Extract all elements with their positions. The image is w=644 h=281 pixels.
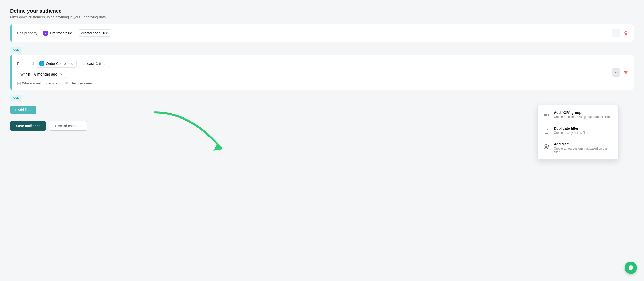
condition-value: 100 (102, 31, 108, 35)
filter-label-1: Has property (17, 31, 37, 35)
filter-sub-row: Within 6 months ago ✕ (17, 71, 603, 78)
event-name: Order Completed (46, 62, 73, 66)
context-dropdown: Add "OR" group Create a nested "OR" grou… (537, 105, 619, 160)
or-group-text: Add "OR" group Create a nested "OR" grou… (554, 111, 611, 119)
within-prefix: Within (20, 72, 30, 76)
filter-actions-1: ··· (608, 24, 634, 42)
duplicate-icon (542, 127, 550, 135)
filter-body-1: Has property ✦ Lifetime Value greater th… (12, 24, 608, 42)
chat-bubble[interactable] (625, 262, 637, 274)
filter-row-2: Performed ◎ Order Completed at least 1 t… (17, 60, 603, 68)
add-trait-title: Add trait (554, 142, 614, 146)
within-close-icon[interactable]: ✕ (60, 72, 63, 76)
event-icon: ◎ (39, 61, 44, 66)
add-trait-desc: Create a new custom trait based on this … (554, 147, 614, 154)
filter-label-2: Performed (17, 62, 34, 66)
condition-text: greater than (81, 31, 101, 35)
arrow-annotation (145, 107, 241, 164)
discard-changes-button[interactable]: Discard changes (49, 121, 87, 131)
where-property-link[interactable]: Where event property is... (17, 81, 60, 85)
filter-row-1: Has property ✦ Lifetime Value greater th… (17, 29, 603, 37)
more-button-2[interactable]: ··· (612, 68, 620, 77)
page-title: Define your audience (10, 8, 634, 14)
event-pill[interactable]: ◎ Order Completed (36, 60, 76, 68)
within-pill[interactable]: Within 6 months ago ✕ (17, 71, 66, 78)
svg-rect-1 (544, 113, 546, 114)
property-pill[interactable]: ✦ Lifetime Value (40, 29, 75, 37)
freq-condition: at least (83, 62, 94, 66)
delete-button-2[interactable] (622, 69, 630, 76)
freq-unit: time (99, 62, 105, 66)
within-value: 6 months ago (34, 72, 57, 76)
filter-body-2: Performed ◎ Order Completed at least 1 t… (12, 55, 608, 90)
duplicate-text: Duplicate filter Create a copy of this f… (554, 126, 588, 135)
property-icon: ✦ (43, 31, 48, 36)
add-trait-text: Add trait Create a new custom trait base… (554, 142, 614, 154)
more-button-1[interactable]: ··· (612, 29, 620, 37)
filter-card-2: Performed ◎ Order Completed at least 1 t… (10, 55, 634, 90)
duplicate-desc: Create a copy of this filter (554, 131, 588, 135)
dropdown-item-or-group[interactable]: Add "OR" group Create a nested "OR" grou… (538, 107, 618, 123)
then-performed-link[interactable]: Then performed... (65, 81, 96, 85)
dropdown-item-duplicate[interactable]: Duplicate filter Create a copy of this f… (538, 123, 618, 139)
frequency-pill[interactable]: at least 1 time (79, 60, 109, 67)
add-filter-button[interactable]: + Add filter (10, 106, 36, 114)
where-link-text: Where event property is... (22, 81, 60, 85)
filter-card-1: Has property ✦ Lifetime Value greater th… (10, 24, 634, 42)
and-badge-2: AND (10, 95, 22, 101)
or-group-desc: Create a nested "OR" group from this fil… (554, 115, 611, 119)
and-badge-1: AND (10, 47, 22, 53)
or-group-icon (542, 111, 550, 119)
add-trait-icon (542, 143, 550, 151)
freq-count: 1 (96, 62, 98, 66)
dropdown-item-add-trait[interactable]: Add trait Create a new custom trait base… (538, 139, 618, 157)
page-subtitle: Filter down customers using anything in … (10, 15, 634, 19)
delete-button-1[interactable] (622, 29, 630, 37)
svg-rect-2 (544, 115, 546, 117)
or-group-title: Add "OR" group (554, 111, 611, 115)
svg-rect-4 (545, 130, 548, 133)
filter-actions-2: ··· (608, 55, 634, 90)
property-name: Lifetime Value (50, 31, 72, 35)
svg-rect-3 (546, 114, 549, 116)
condition-pill[interactable]: greater than 100 (78, 29, 112, 37)
duplicate-title: Duplicate filter (554, 126, 588, 130)
save-audience-button[interactable]: Save audience (10, 121, 46, 131)
filter-add-links: Where event property is... Then performe… (17, 81, 603, 85)
then-link-text: Then performed... (70, 81, 96, 85)
